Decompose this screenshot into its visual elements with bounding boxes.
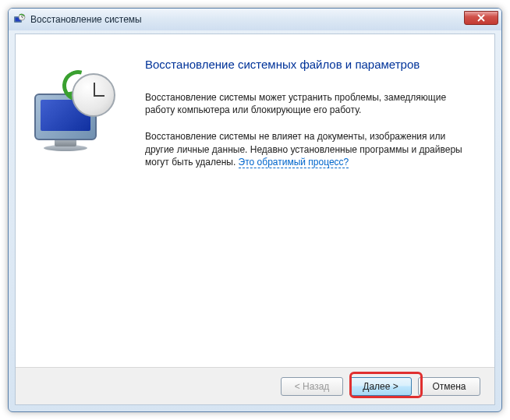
system-restore-illustration [28,69,122,162]
dialog-window: Восстановление системы Восстановление си… [8,8,502,412]
back-button[interactable]: < Назад [281,377,343,396]
reversible-process-link[interactable]: Это обратимый процесс? [239,157,349,168]
illustration-column [28,47,145,355]
intro-paragraph-2: Восстановление системы не влияет на доку… [145,130,476,168]
content-frame: Восстановление системных файлов и параме… [15,34,495,405]
close-icon [477,14,485,22]
intro-paragraph-1: Восстановление системы может устранить п… [145,91,476,116]
button-bar: < Назад Далее > Отмена [16,367,494,404]
titlebar[interactable]: Восстановление системы [9,9,501,30]
text-column: Восстановление системных файлов и параме… [145,47,476,355]
next-button[interactable]: Далее > [349,377,412,396]
main-area: Восстановление системных файлов и параме… [16,34,494,367]
system-restore-icon [13,13,26,26]
cancel-button[interactable]: Отмена [418,377,480,396]
close-button[interactable] [464,11,498,25]
page-heading: Восстановление системных файлов и параме… [145,58,476,71]
window-title: Восстановление системы [30,14,142,25]
